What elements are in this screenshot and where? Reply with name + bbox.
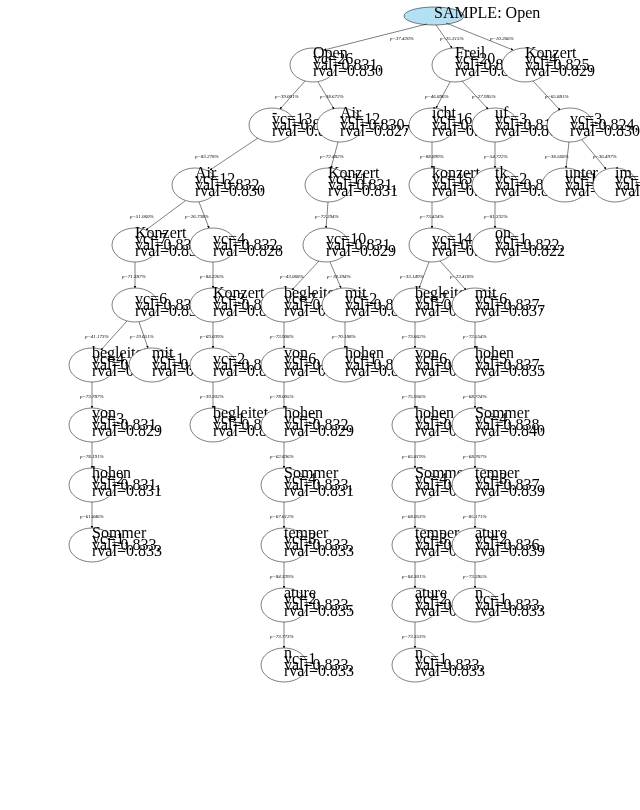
svg-text:p=88.899%: p=88.899% [419,154,444,159]
svg-text:p=68.767%: p=68.767% [462,454,487,459]
svg-text:Sommervc=4,val=0.838,rval=0.84: Sommervc=4,val=0.838,rval=0.840 [475,404,545,439]
svg-text:p=71.387%: p=71.387% [121,274,146,279]
svg-text:Konzertvc=11,val=0.831,rval=0.: Konzertvc=11,val=0.831,rval=0.831 [328,164,398,199]
node-konzert-top: Konzertvc=4,val=0.825,rval=0.829 [502,44,595,82]
svg-text:p=72.294%: p=72.294% [314,214,339,219]
svg-text:p=78.191%: p=78.191% [79,454,104,459]
svg-text:p=73.353%: p=73.353% [401,634,426,639]
svg-text:p=39.202%: p=39.202% [199,394,224,399]
svg-text:p=18.394%: p=18.394% [326,274,351,279]
svg-text:nvc=1,val=0.833,rval=0.833: nvc=1,val=0.833,rval=0.833 [415,644,485,679]
svg-text:p=26.738%: p=26.738% [184,214,209,219]
svg-text:p=84.226%: p=84.226% [199,274,224,279]
root-node: SAMPLE: Open [404,4,540,25]
svg-text:Sommervc=4,val=0.833,rval=0.83: Sommervc=4,val=0.833,rval=0.831 [284,464,354,499]
svg-text:vc=4,val=0.832,rval=0.828: vc=4,val=0.832,rval=0.828 [213,230,283,259]
svg-text:tempervc=3,val=0.833,rval=0.83: tempervc=3,val=0.833,rval=0.833 [284,524,354,559]
svg-text:hohenvc=5,val=0.832,rval=0.829: hohenvc=5,val=0.832,rval=0.829 [284,404,354,439]
svg-text:p=78.005%: p=78.005% [269,394,294,399]
svg-text:p=25.315%: p=25.315% [439,36,464,41]
svg-text:p=84.301%: p=84.301% [401,574,426,579]
svg-text:p=54.722%: p=54.722% [483,154,508,159]
svg-text:p=23.418%: p=23.418% [449,274,474,279]
svg-text:p=84.339%: p=84.339% [269,574,294,579]
svg-text:p=72.482%: p=72.482% [319,154,344,159]
svg-text:p=43.068%: p=43.068% [279,274,304,279]
svg-text:p=81.332%: p=81.332% [483,214,508,219]
svg-text:vc=10,val=0.831,rval=0.829: vc=10,val=0.831,rval=0.829 [326,230,396,259]
svg-text:p=51.060%: p=51.060% [129,214,154,219]
svg-text:Sommervc=1,val=0.833,rval=0.83: Sommervc=1,val=0.833,rval=0.833 [92,524,162,559]
svg-text:p=73.662%: p=73.662% [401,334,426,339]
svg-text:aturevc=2,val=0.836,rval=0.839: aturevc=2,val=0.836,rval=0.839 [475,524,545,559]
svg-text:p=39.001%: p=39.001% [274,94,299,99]
svg-text:Konzertvc=4,val=0.825,rval=0.8: Konzertvc=4,val=0.825,rval=0.829 [525,44,595,79]
svg-text:mitvc=6,val=0.837,rval=0.837: mitvc=6,val=0.837,rval=0.837 [475,284,545,319]
svg-text:Airvc=12,val=0.830,rval=0.827: Airvc=12,val=0.830,rval=0.827 [340,104,410,139]
svg-text:p=46.896%: p=46.896% [424,94,449,99]
svg-text:aturevc=2,val=0.833,rval=0.835: aturevc=2,val=0.833,rval=0.835 [284,584,354,619]
svg-text:p=38.672%: p=38.672% [319,94,344,99]
svg-text:p=73.787%: p=73.787% [79,394,104,399]
svg-text:p=41.173%: p=41.173% [84,334,109,339]
svg-text:Airvc=12,val=0.832,rval=0.830: Airvc=12,val=0.832,rval=0.830 [195,164,265,199]
svg-text:p=72.554%: p=72.554% [462,334,487,339]
svg-text:p=73.285%: p=73.285% [462,574,487,579]
svg-text:p=67.612%: p=67.612% [269,514,294,519]
svg-text:p=68.724%: p=68.724% [462,394,487,399]
svg-text:onvc=1,val=0.822,rval=0.822: onvc=1,val=0.822,rval=0.822 [495,224,565,259]
svg-text:p=19.051%: p=19.051% [129,334,154,339]
svg-text:p=65.881%: p=65.881% [544,94,569,99]
svg-text:p=73.773%: p=73.773% [269,634,294,639]
svg-text:p=75.956%: p=75.956% [401,394,426,399]
svg-text:nvc=1,val=0.833,rval=0.833: nvc=1,val=0.833,rval=0.833 [284,644,354,679]
svg-text:vonvc=3,val=0.831,rval=0.829: vonvc=3,val=0.831,rval=0.829 [92,404,162,439]
svg-text:p=73.908%: p=73.908% [269,334,294,339]
svg-text:p=37.420%: p=37.420% [389,36,414,41]
svg-text:p=36.497%: p=36.497% [592,154,617,159]
svg-text:hohenvc=2,val=0.831,rval=0.831: hohenvc=2,val=0.831,rval=0.831 [92,464,162,499]
svg-text:p=33.149%: p=33.149% [399,274,424,279]
svg-text:Openvc=26,val=0.831,rval=0.830: Openvc=26,val=0.831,rval=0.830 [313,44,383,79]
svg-text:p=85.171%: p=85.171% [462,514,487,519]
svg-text:vc=3,val=0.824,rval=0.830: vc=3,val=0.824,rval=0.830 [570,110,640,139]
svg-text:p=68.053%: p=68.053% [401,514,426,519]
svg-text:p=10.266%: p=10.266% [489,36,514,41]
svg-text:nvc=1,val=0.833,rval=0.833: nvc=1,val=0.833,rval=0.833 [475,584,545,619]
svg-text:p=61.846%: p=61.846% [79,514,104,519]
svg-text:p=70.188%: p=70.188% [331,334,356,339]
svg-text:p=83.278%: p=83.278% [194,154,219,159]
svg-text:p=38.568%: p=38.568% [544,154,569,159]
svg-text:p=27.985%: p=27.985% [471,94,496,99]
svg-text:p=69.039%: p=69.039% [199,334,224,339]
svg-text:hohenvc=5,val=0.837,rval=0.835: hohenvc=5,val=0.837,rval=0.835 [475,344,545,379]
root-label: SAMPLE: Open [434,4,540,22]
node-open: Openvc=26,val=0.831,rval=0.830 [290,44,383,82]
svg-text:tempervc=3,val=0.837,rval=0.83: tempervc=3,val=0.837,rval=0.839 [475,464,545,499]
svg-text:p=65.819%: p=65.819% [401,454,426,459]
svg-text:p=62.836%: p=62.836% [269,454,294,459]
svg-text:imvc=1,val=0.817,rval=0.817: imvc=1,val=0.817,rval=0.817 [615,164,640,199]
svg-text:p=73.424%: p=73.424% [419,214,444,219]
